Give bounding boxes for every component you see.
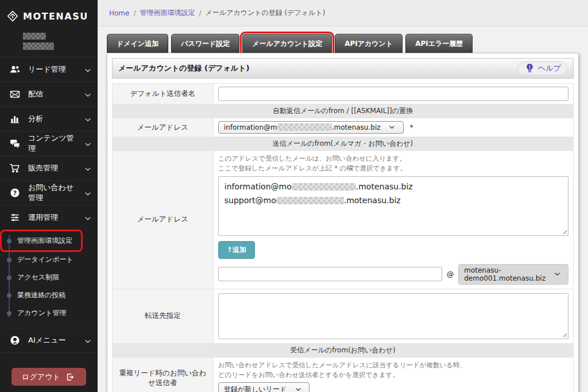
tab-api-account[interactable]: APIアカウント bbox=[335, 34, 403, 53]
operation-submenu: 管理画面環境設定 データインポート アクセス制限 業務連絡の投稿 アカウント管理 bbox=[0, 230, 98, 328]
cart-icon bbox=[9, 163, 21, 173]
section-incoming: 受信メールのfrom(お問い合わせ) bbox=[113, 343, 574, 357]
tab-domain-add[interactable]: ドメイン追加 bbox=[107, 34, 168, 53]
tab-api-error-history[interactable]: APIエラー履歴 bbox=[405, 34, 473, 53]
sidebar-item-label: コンテンツ管理 bbox=[28, 133, 78, 154]
chevron-down-icon bbox=[85, 90, 91, 99]
logo-text: MOTENASU bbox=[23, 11, 88, 22]
chat-icon bbox=[9, 138, 21, 149]
chevron-down-icon bbox=[551, 273, 563, 276]
sidebar-item-inquiry-management[interactable]: ? お問い合わせ管理 bbox=[0, 180, 98, 205]
sidebar-item-label: 販売管理 bbox=[28, 163, 58, 173]
row-duplicate-lead: 重複リード時のお問い合わせ送信者 お問い合わせアドレスで受信したメールアドレスに… bbox=[113, 357, 574, 392]
logo: MOTENASU bbox=[0, 0, 98, 28]
sidebar-item-lead-management[interactable]: リード管理 bbox=[0, 57, 98, 81]
new-mail-row: @ motenasu-demo001.motenasu.biz bbox=[218, 264, 568, 285]
required-mark: * bbox=[410, 123, 413, 131]
main-content: Home / 管理画面環境設定 / メールアカウントの登録 (デフォルト) ドメ… bbox=[98, 0, 588, 392]
sidebar-subitem-admin-env-settings[interactable]: 管理画面環境設定 bbox=[2, 232, 80, 250]
users-icon bbox=[9, 64, 21, 75]
section-outgoing: 送信メールのfrom(メルマガ・お問い合わせ) bbox=[113, 137, 574, 151]
reply-address-select[interactable]: information@m.motenasu.biz bbox=[218, 121, 404, 134]
sidebar-subitem-access-restriction[interactable]: アクセス制限 bbox=[0, 269, 67, 286]
sidebar-item-label: 配信 bbox=[28, 89, 43, 99]
tab-bar: ドメイン追加 パスワード設定 メールアカウント設定 APIアカウント APIエラ… bbox=[107, 34, 588, 53]
mail-entry: support@mo.motenasu.biz bbox=[225, 193, 562, 208]
breadcrumb-home-link[interactable]: Home bbox=[109, 9, 129, 17]
bullet-dot-icon bbox=[7, 258, 11, 262]
help-label: ヘルプ bbox=[538, 63, 561, 73]
sidebar-item-label: お問い合わせ管理 bbox=[28, 183, 78, 203]
resize-handle[interactable] bbox=[561, 228, 567, 234]
add-button[interactable]: ↑追加 bbox=[218, 241, 255, 259]
sidebar-subitem-data-import[interactable]: データインポート bbox=[0, 251, 82, 269]
selected-value: information@m.motenasu.biz bbox=[224, 123, 381, 131]
default-sender-input[interactable] bbox=[218, 87, 568, 101]
sidebar-item-content-management[interactable]: コンテンツ管理 bbox=[0, 131, 98, 156]
blur-block bbox=[23, 33, 46, 40]
sidebar-item-sales-management[interactable]: 販売管理 bbox=[0, 156, 98, 180]
mail-icon bbox=[9, 89, 21, 99]
svg-text:?: ? bbox=[13, 189, 17, 197]
sidebar-nav: リード管理 配信 分析 bbox=[0, 57, 98, 353]
selected-value: 登録が新しいリード bbox=[224, 385, 287, 392]
bullet-dot-icon bbox=[7, 275, 11, 280]
app-root: MOTENASU リード管理 bbox=[0, 0, 588, 392]
selected-value: motenasu-demo001.motenasu.biz bbox=[464, 266, 546, 282]
section-auto-reply: 自動返信メールのfrom / [[ASKMAIL]]の置換 bbox=[113, 104, 574, 118]
username-redacted bbox=[23, 33, 98, 50]
help-text: ここで登録したメールアドレスが上記 * の欄で選択できます。 bbox=[218, 164, 568, 173]
sidebar-subitem-account-management[interactable]: アカウント管理 bbox=[0, 304, 74, 322]
sidebar-subitem-label: アカウント管理 bbox=[17, 308, 66, 318]
sidebar-subitem-label: アクセス制限 bbox=[17, 273, 59, 282]
chevron-down-icon bbox=[85, 164, 91, 173]
duplicate-lead-select[interactable]: 登録が新しいリード bbox=[218, 382, 310, 392]
logout-icon bbox=[64, 373, 76, 381]
row-reply-address: メールアドレス information@m.motenasu.biz * bbox=[113, 118, 574, 137]
sidebar-item-analytics[interactable]: 分析 bbox=[0, 106, 98, 131]
logout-label: ログアウト bbox=[22, 372, 60, 382]
blur-block bbox=[292, 183, 356, 191]
sidebar-item-label: 分析 bbox=[28, 114, 43, 124]
sidebar-subitem-label: 業務連絡の投稿 bbox=[17, 290, 65, 300]
resize-handle[interactable] bbox=[561, 332, 567, 337]
field-label: 重複リード時のお問い合わせ送信者 bbox=[113, 357, 214, 392]
row-forward: 転送先指定 bbox=[113, 289, 574, 343]
blur-block bbox=[277, 123, 332, 131]
domain-select[interactable]: motenasu-demo001.motenasu.biz bbox=[458, 264, 568, 285]
field-label: メールアドレス bbox=[113, 118, 214, 137]
chevron-down-icon bbox=[85, 336, 91, 345]
breadcrumb: Home / 管理画面環境設定 / メールアカウントの登録 (デフォルト) bbox=[98, 0, 588, 26]
sidebar-divider bbox=[0, 352, 98, 353]
sidebar-subitem-label: データインポート bbox=[17, 255, 74, 265]
tab-password-settings[interactable]: パスワード設定 bbox=[171, 34, 239, 53]
help-text: お問い合わせアドレスで受信したメールアドレスに該当するリードが複数いる時、 bbox=[218, 360, 568, 370]
tab-mail-account-settings[interactable]: メールアカウント設定 bbox=[242, 34, 332, 53]
section-header: 送信メールのfrom(メルマガ・お問い合わせ) bbox=[113, 137, 574, 151]
mail-address-list-textarea[interactable]: information@mo.motenasu.biz support@mo.m… bbox=[218, 176, 568, 236]
forward-textarea[interactable] bbox=[218, 293, 568, 339]
settings-form: デフォルト送信者名 自動返信メールのfrom / [[ASKMAIL]]の置換 … bbox=[112, 83, 574, 392]
chart-icon bbox=[9, 114, 21, 124]
breadcrumb-separator: / bbox=[199, 9, 201, 17]
mail-entry: information@mo.motenasu.biz bbox=[225, 180, 562, 194]
chevron-down-icon bbox=[85, 115, 91, 123]
sidebar-item-ai-menu[interactable]: AIメニュー bbox=[0, 328, 98, 352]
help-button[interactable]: ヘルプ bbox=[517, 61, 567, 75]
help-text: どのリードをお問い合わせ送信者とするかを選択できます。 bbox=[218, 370, 568, 380]
at-sign: @ bbox=[447, 270, 454, 278]
chevron-down-icon bbox=[85, 65, 91, 74]
logout-button[interactable]: ログアウト bbox=[11, 368, 86, 386]
sidebar-item-delivery[interactable]: 配信 bbox=[0, 81, 98, 106]
section-header: 受信メールのfrom(お問い合わせ) bbox=[113, 343, 574, 357]
breadcrumb-section-link[interactable]: 管理画面環境設定 bbox=[140, 8, 195, 18]
sidebar-item-label: AIメニュー bbox=[28, 335, 66, 346]
help-text: このアドレスで受信したメールは、お問い合わせに入ります。 bbox=[218, 154, 568, 164]
blur-block bbox=[276, 197, 344, 204]
sidebar-subitem-label: 管理画面環境設定 bbox=[17, 236, 72, 246]
sidebar: MOTENASU リード管理 bbox=[0, 0, 98, 392]
new-mail-local-part-input[interactable] bbox=[218, 267, 442, 281]
sidebar-subitem-business-contact-post[interactable]: 業務連絡の投稿 bbox=[0, 286, 74, 304]
chevron-down-icon bbox=[386, 126, 398, 129]
sidebar-item-operation-management[interactable]: 運用管理 bbox=[0, 205, 98, 230]
